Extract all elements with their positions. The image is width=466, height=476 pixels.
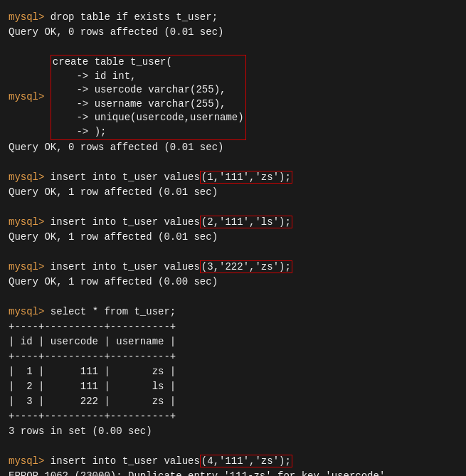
table-header: | id | usercode | username | [9,336,176,347]
table-border-top: +----+----------+----------+ [9,321,176,332]
line-18: mysql> insert into t_user values(3,'222'… [9,260,292,273]
line-19: Query OK, 1 row affected (0.00 sec) [9,276,218,287]
line-15: mysql> insert into t_user values(2,'111'… [9,216,292,228]
line-16: Query OK, 1 row affected (0.01 sec) [9,231,218,243]
table-row-2: | 2 | 111 | ls | [9,381,176,392]
terminal: mysql> drop table if exists t_user; Quer… [6,6,460,476]
line-13: Query OK, 1 row affected (0.01 sec) [9,186,218,198]
line-12: mysql> insert into t_user values(1,'111'… [9,171,292,184]
error-line: ERROR 1062 (23000): Duplicate entry '111… [9,470,385,476]
line-21: mysql> select * from t_user; [9,306,176,317]
line-10: Query OK, 0 rows affected (0.01 sec) [9,142,223,153]
line-31: mysql> insert into t_user values(4,'111'… [9,455,292,467]
table-border-bottom: +----+----------+----------+ [9,411,176,422]
terminal-content: mysql> drop table if exists t_user; Quer… [9,10,457,476]
table-row-1: | 1 | 111 | zs | [9,366,176,377]
table-border-mid: +----+----------+----------+ [9,351,176,362]
table-row-3: | 3 | 222 | zs | [9,396,176,407]
line-1: mysql> drop table if exists t_user; [9,11,218,23]
line-4: mysql> create table t_user( -> id int, -… [9,91,246,102]
rows-in-set: 3 rows in set (0.00 sec) [9,425,152,437]
line-2: Query OK, 0 rows affected (0.01 sec) [9,26,223,38]
